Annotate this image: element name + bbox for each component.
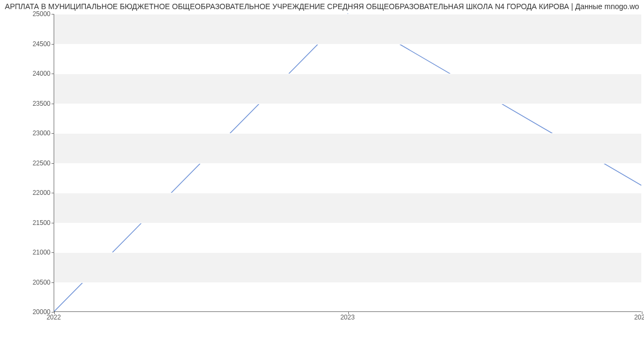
grid-band [54, 74, 641, 104]
y-tick-mark [52, 252, 54, 253]
y-tick-label: 21000 [2, 249, 50, 256]
y-tick-mark [52, 282, 54, 283]
grid-line [54, 104, 641, 104]
y-tick-mark [52, 74, 54, 74]
grid-line [54, 252, 641, 253]
grid-line [54, 44, 641, 45]
y-tick-mark [52, 104, 54, 104]
grid-line [54, 14, 641, 14]
grid-line [54, 193, 641, 193]
y-tick-mark [52, 14, 54, 14]
y-tick-mark [52, 163, 54, 164]
y-tick-label: 22500 [2, 159, 50, 167]
y-tick-label: 25000 [2, 10, 50, 18]
grid-band [54, 193, 641, 223]
y-tick-label: 23500 [2, 100, 50, 107]
x-tick-label: 2022 [47, 314, 61, 321]
y-tick-label: 24500 [2, 40, 50, 48]
y-tick-label: 24000 [2, 70, 50, 77]
chart-container: АРПЛАТА В МУНИЦИПАЛЬНОЕ БЮДЖЕТНОЕ ОБЩЕОБ… [0, 0, 644, 349]
grid-line [54, 74, 641, 74]
y-tick-mark [52, 193, 54, 193]
y-tick-mark [52, 133, 54, 134]
y-tick-mark [52, 44, 54, 45]
grid-line [54, 163, 641, 164]
grid-band [54, 14, 641, 44]
grid-line [54, 223, 641, 223]
y-tick-label: 20500 [2, 279, 50, 286]
y-tick-label: 23000 [2, 129, 50, 137]
y-tick-label: 20000 [2, 308, 50, 316]
y-tick-label: 21500 [2, 219, 50, 227]
grid-line [54, 133, 641, 134]
grid-line [54, 282, 641, 283]
chart-title: АРПЛАТА В МУНИЦИПАЛЬНОЕ БЮДЖЕТНОЕ ОБЩЕОБ… [0, 2, 644, 11]
grid-band [54, 252, 641, 282]
x-tick-label: 2023 [340, 314, 355, 321]
x-tick-label: 2024 [634, 314, 644, 321]
y-tick-label: 22000 [2, 189, 50, 197]
y-tick-mark [52, 223, 54, 223]
grid-band [54, 133, 641, 163]
plot-area [54, 14, 641, 312]
